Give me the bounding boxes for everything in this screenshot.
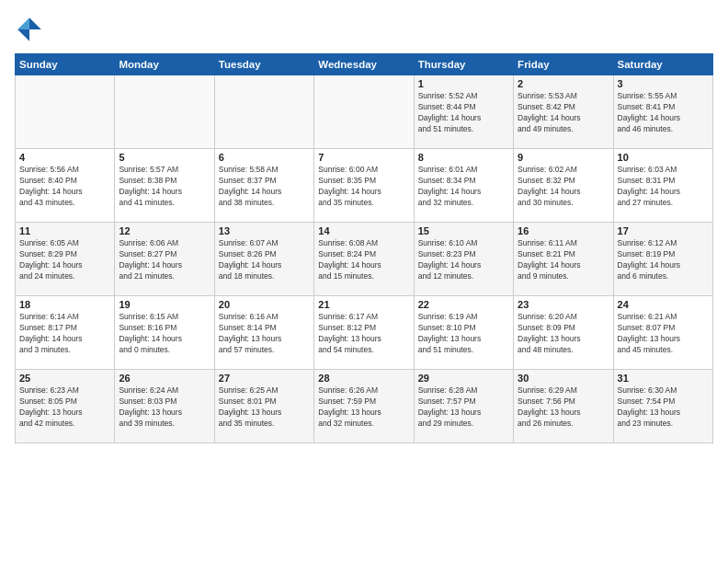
day-number: 7 — [318, 152, 409, 163]
day-info: Sunrise: 6:16 AM Sunset: 8:14 PM Dayligh… — [219, 312, 310, 356]
page: SundayMondayTuesdayWednesdayThursdayFrid… — [0, 0, 728, 563]
day-number: 4 — [19, 152, 110, 163]
day-cell: 28Sunrise: 6:26 AM Sunset: 7:59 PM Dayli… — [314, 370, 414, 443]
day-cell: 6Sunrise: 5:58 AM Sunset: 8:37 PM Daylig… — [214, 149, 313, 223]
logo-icon — [15, 15, 44, 44]
weekday-header-sunday: Sunday — [16, 54, 115, 75]
day-info: Sunrise: 6:19 AM Sunset: 8:10 PM Dayligh… — [418, 312, 509, 356]
day-cell: 17Sunrise: 6:12 AM Sunset: 8:19 PM Dayli… — [613, 223, 712, 296]
day-cell: 29Sunrise: 6:28 AM Sunset: 7:57 PM Dayli… — [414, 370, 513, 443]
day-info: Sunrise: 6:25 AM Sunset: 8:01 PM Dayligh… — [219, 385, 310, 430]
day-cell: 20Sunrise: 6:16 AM Sunset: 8:14 PM Dayli… — [214, 296, 313, 370]
day-info: Sunrise: 6:26 AM Sunset: 7:59 PM Dayligh… — [318, 385, 409, 430]
day-info: Sunrise: 6:10 AM Sunset: 8:23 PM Dayligh… — [418, 238, 509, 282]
day-info: Sunrise: 6:29 AM Sunset: 7:56 PM Dayligh… — [518, 385, 609, 430]
day-info: Sunrise: 5:58 AM Sunset: 8:37 PM Dayligh… — [219, 165, 310, 209]
day-info: Sunrise: 6:15 AM Sunset: 8:16 PM Dayligh… — [119, 312, 210, 356]
day-info: Sunrise: 6:02 AM Sunset: 8:32 PM Dayligh… — [518, 165, 609, 209]
day-cell: 13Sunrise: 6:07 AM Sunset: 8:26 PM Dayli… — [214, 223, 313, 296]
day-info: Sunrise: 6:23 AM Sunset: 8:05 PM Dayligh… — [19, 385, 110, 430]
day-info: Sunrise: 6:12 AM Sunset: 8:19 PM Dayligh… — [618, 238, 709, 282]
day-number: 27 — [219, 373, 310, 384]
week-row-2: 4Sunrise: 5:56 AM Sunset: 8:40 PM Daylig… — [16, 149, 713, 223]
day-cell — [115, 75, 214, 149]
day-number: 14 — [318, 225, 409, 236]
week-row-1: 1Sunrise: 5:52 AM Sunset: 8:44 PM Daylig… — [16, 75, 713, 149]
day-number: 29 — [418, 373, 509, 384]
day-number: 30 — [518, 373, 609, 384]
day-cell: 7Sunrise: 6:00 AM Sunset: 8:35 PM Daylig… — [314, 149, 414, 223]
day-info: Sunrise: 5:53 AM Sunset: 8:42 PM Dayligh… — [518, 91, 609, 135]
day-number: 5 — [119, 152, 210, 163]
day-cell: 2Sunrise: 5:53 AM Sunset: 8:42 PM Daylig… — [514, 75, 613, 149]
day-info: Sunrise: 6:11 AM Sunset: 8:21 PM Dayligh… — [518, 238, 609, 282]
day-cell: 15Sunrise: 6:10 AM Sunset: 8:23 PM Dayli… — [414, 223, 513, 296]
day-info: Sunrise: 5:55 AM Sunset: 8:41 PM Dayligh… — [618, 91, 709, 135]
day-number: 12 — [119, 225, 210, 236]
day-info: Sunrise: 6:24 AM Sunset: 8:03 PM Dayligh… — [119, 385, 210, 430]
weekday-header-friday: Friday — [514, 54, 613, 75]
weekday-header-monday: Monday — [115, 54, 214, 75]
day-number: 23 — [518, 299, 609, 310]
day-number: 22 — [418, 299, 509, 310]
day-info: Sunrise: 6:03 AM Sunset: 8:31 PM Dayligh… — [618, 165, 709, 209]
day-number: 9 — [518, 152, 609, 163]
day-cell: 10Sunrise: 6:03 AM Sunset: 8:31 PM Dayli… — [613, 149, 712, 223]
day-info: Sunrise: 5:52 AM Sunset: 8:44 PM Dayligh… — [418, 91, 509, 135]
day-number: 8 — [418, 152, 509, 163]
day-info: Sunrise: 6:01 AM Sunset: 8:34 PM Dayligh… — [418, 165, 509, 209]
day-cell: 25Sunrise: 6:23 AM Sunset: 8:05 PM Dayli… — [16, 370, 115, 443]
day-cell: 22Sunrise: 6:19 AM Sunset: 8:10 PM Dayli… — [414, 296, 513, 370]
day-info: Sunrise: 6:05 AM Sunset: 8:29 PM Dayligh… — [19, 238, 110, 282]
day-cell: 27Sunrise: 6:25 AM Sunset: 8:01 PM Dayli… — [214, 370, 313, 443]
day-number: 16 — [518, 225, 609, 236]
day-cell: 11Sunrise: 6:05 AM Sunset: 8:29 PM Dayli… — [16, 223, 115, 296]
day-number: 11 — [19, 225, 110, 236]
day-info: Sunrise: 6:14 AM Sunset: 8:17 PM Dayligh… — [19, 312, 110, 356]
day-cell — [214, 75, 313, 149]
day-number: 26 — [119, 373, 210, 384]
day-number: 20 — [219, 299, 310, 310]
week-row-4: 18Sunrise: 6:14 AM Sunset: 8:17 PM Dayli… — [16, 296, 713, 370]
day-number: 31 — [618, 373, 709, 384]
day-cell: 12Sunrise: 6:06 AM Sunset: 8:27 PM Dayli… — [115, 223, 214, 296]
weekday-header-row: SundayMondayTuesdayWednesdayThursdayFrid… — [16, 54, 713, 75]
day-cell: 16Sunrise: 6:11 AM Sunset: 8:21 PM Dayli… — [514, 223, 613, 296]
day-number: 13 — [219, 225, 310, 236]
day-info: Sunrise: 5:56 AM Sunset: 8:40 PM Dayligh… — [19, 165, 110, 209]
logo — [15, 15, 48, 44]
day-cell — [16, 75, 115, 149]
day-info: Sunrise: 6:20 AM Sunset: 8:09 PM Dayligh… — [518, 312, 609, 356]
day-cell: 8Sunrise: 6:01 AM Sunset: 8:34 PM Daylig… — [414, 149, 513, 223]
day-info: Sunrise: 6:06 AM Sunset: 8:27 PM Dayligh… — [119, 238, 210, 282]
weekday-header-wednesday: Wednesday — [314, 54, 414, 75]
day-cell: 26Sunrise: 6:24 AM Sunset: 8:03 PM Dayli… — [115, 370, 214, 443]
day-number: 24 — [618, 299, 709, 310]
svg-marker-0 — [29, 17, 41, 29]
day-number: 3 — [618, 78, 709, 89]
day-cell: 18Sunrise: 6:14 AM Sunset: 8:17 PM Dayli… — [16, 296, 115, 370]
day-cell: 9Sunrise: 6:02 AM Sunset: 8:32 PM Daylig… — [514, 149, 613, 223]
day-info: Sunrise: 6:30 AM Sunset: 7:54 PM Dayligh… — [618, 385, 709, 430]
weekday-header-thursday: Thursday — [414, 54, 513, 75]
day-number: 25 — [19, 373, 110, 384]
week-row-5: 25Sunrise: 6:23 AM Sunset: 8:05 PM Dayli… — [16, 370, 713, 443]
day-number: 19 — [119, 299, 210, 310]
day-cell: 31Sunrise: 6:30 AM Sunset: 7:54 PM Dayli… — [613, 370, 712, 443]
day-number: 17 — [618, 225, 709, 236]
day-cell: 5Sunrise: 5:57 AM Sunset: 8:38 PM Daylig… — [115, 149, 214, 223]
day-number: 21 — [318, 299, 409, 310]
week-row-3: 11Sunrise: 6:05 AM Sunset: 8:29 PM Dayli… — [16, 223, 713, 296]
day-info: Sunrise: 6:28 AM Sunset: 7:57 PM Dayligh… — [418, 385, 509, 430]
day-number: 6 — [219, 152, 310, 163]
weekday-header-tuesday: Tuesday — [214, 54, 313, 75]
day-number: 2 — [518, 78, 609, 89]
day-number: 10 — [618, 152, 709, 163]
day-info: Sunrise: 6:07 AM Sunset: 8:26 PM Dayligh… — [219, 238, 310, 282]
day-cell: 30Sunrise: 6:29 AM Sunset: 7:56 PM Dayli… — [514, 370, 613, 443]
day-number: 18 — [19, 299, 110, 310]
day-cell: 1Sunrise: 5:52 AM Sunset: 8:44 PM Daylig… — [414, 75, 513, 149]
day-info: Sunrise: 6:08 AM Sunset: 8:24 PM Dayligh… — [318, 238, 409, 282]
day-cell: 4Sunrise: 5:56 AM Sunset: 8:40 PM Daylig… — [16, 149, 115, 223]
day-cell: 23Sunrise: 6:20 AM Sunset: 8:09 PM Dayli… — [514, 296, 613, 370]
